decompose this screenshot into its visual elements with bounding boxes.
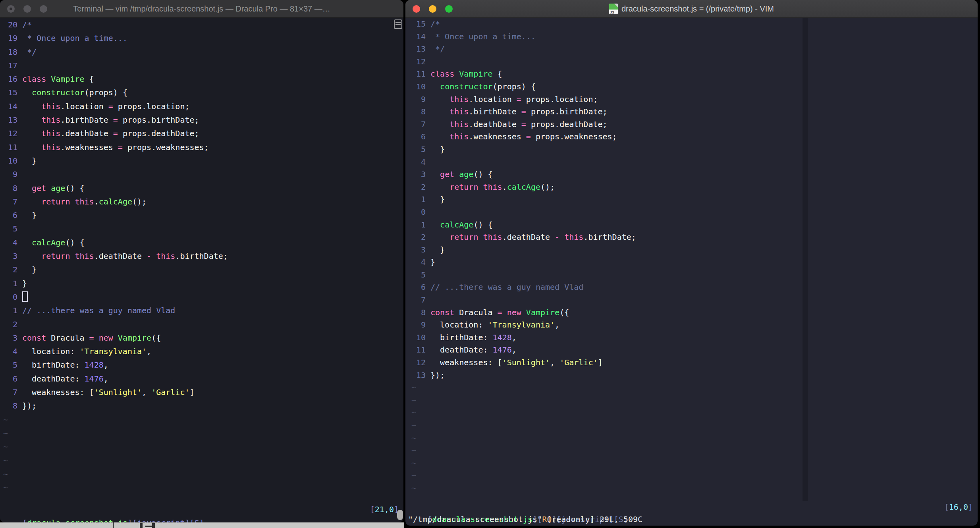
line-number: 2 — [408, 181, 426, 194]
code-token: ({ — [559, 308, 569, 317]
code-token — [502, 308, 507, 317]
code-token: /* — [430, 19, 440, 29]
code-token: birthDate: — [430, 333, 493, 342]
code-token: birthDate: — [22, 360, 85, 370]
code-token: */ — [22, 47, 37, 57]
line-number: 4 — [408, 256, 426, 269]
zoom-button-icon[interactable] — [445, 5, 453, 13]
code-token: this — [41, 143, 60, 152]
code-token: .birthDate; — [583, 232, 636, 242]
code-line: 5 birthDate: 1428, — [0, 358, 403, 372]
code-token: .deathDate — [469, 119, 521, 129]
code-line: 6// ...there was a guy named Vlad — [408, 281, 978, 294]
code-token — [46, 74, 51, 84]
line-number: 1 — [408, 219, 426, 231]
code-line: 0 — [408, 206, 978, 219]
code-token: .weaknesses — [60, 143, 118, 152]
code-line: 1 } — [408, 193, 978, 206]
code-token: this — [75, 251, 94, 261]
code-token: this — [483, 182, 502, 192]
code-token — [94, 333, 99, 343]
line-number: 13 — [0, 113, 17, 127]
code-line: 14 * Once upon a time... — [408, 31, 978, 43]
code-token: } — [22, 156, 37, 166]
scrollbar-thumb[interactable] — [397, 510, 403, 520]
code-token: , — [104, 374, 108, 383]
code-line: 10 } — [0, 154, 403, 168]
code-token: () { — [65, 238, 84, 247]
line-number: 7 — [0, 385, 17, 399]
line-number: 20 — [0, 18, 17, 31]
line-number: 2 — [0, 318, 17, 331]
code-token: new — [507, 308, 521, 317]
close-button-icon[interactable] — [413, 5, 420, 13]
line-number: 3 — [0, 331, 17, 345]
close-button-icon[interactable] — [7, 5, 15, 13]
zoom-button-icon[interactable] — [40, 5, 47, 13]
code-token: location: — [22, 347, 80, 356]
code-token: , — [512, 333, 517, 342]
minimize-button-icon[interactable] — [23, 5, 31, 13]
code-token — [430, 232, 449, 242]
line-number: 9 — [408, 319, 426, 331]
line-number: 15 — [0, 86, 17, 99]
right-editor-lines[interactable]: 15/*14 * Once upon a time...13 */1211cla… — [405, 18, 978, 495]
code-token: Vampire — [526, 308, 559, 317]
minimize-button-icon[interactable] — [429, 5, 436, 13]
code-token: = — [498, 308, 502, 317]
code-token: 'Garlic' — [151, 387, 189, 397]
code-line: 1 calcAge() { — [408, 219, 978, 231]
line-number: 5 — [0, 222, 17, 235]
code-line: 6 } — [0, 208, 403, 222]
code-token: } — [22, 265, 37, 274]
status-segment: ] — [968, 502, 973, 512]
code-token: (props) { — [85, 88, 127, 97]
code-token: calcAge — [32, 238, 65, 247]
line-number: 7 — [0, 195, 17, 208]
code-token — [430, 107, 449, 116]
tilde-line: ~ — [0, 440, 403, 453]
code-token: (props) { — [493, 82, 536, 91]
code-token — [478, 182, 483, 192]
line-number: 4 — [0, 345, 17, 358]
line-number: 2 — [408, 231, 426, 244]
left-editor-lines[interactable]: 20/*19 * Once upon a time...18 */1716cla… — [0, 18, 403, 494]
code-line: 3 } — [408, 244, 978, 256]
status-segment: [javascript][S] — [132, 518, 204, 522]
code-token — [521, 308, 526, 317]
code-token: // ...there was a guy named Vlad — [430, 282, 583, 292]
status-segment: ] — [127, 518, 132, 522]
code-token: this — [449, 107, 469, 116]
line-number: 17 — [0, 59, 17, 72]
line-number: 4 — [0, 236, 17, 249]
code-token: age — [51, 183, 65, 193]
document-proxy-icon[interactable]: JS — [609, 4, 618, 14]
code-token — [559, 232, 564, 242]
code-token: 'Transylvania' — [80, 347, 147, 356]
code-line: 9 this.location = props.location; — [408, 93, 978, 106]
code-token — [430, 82, 440, 91]
line-number: 8 — [0, 181, 17, 195]
code-line: 8 get age() { — [0, 181, 403, 195]
scrollbar-split-button[interactable] — [394, 19, 402, 29]
line-number: 9 — [0, 168, 17, 181]
line-number: 8 — [408, 306, 426, 319]
terminal-titlebar[interactable]: Terminal — vim /tmp/dracula-screenshot.j… — [0, 0, 403, 18]
macvim-titlebar[interactable]: JS dracula-screenshot.js = (/private/tmp… — [405, 0, 978, 18]
code-token: calcAge — [507, 182, 540, 192]
line-number: 6 — [408, 281, 426, 294]
tilde-line: ~ — [408, 394, 978, 407]
vim-command-line: "/tmp/dracula-screenshot.js" [readonly] … — [405, 513, 978, 526]
code-token: 'Garlic' — [559, 358, 598, 367]
code-token: calcAge — [440, 220, 473, 229]
code-token: props.deathDate; — [118, 129, 199, 138]
status-segment: dracula-screenshot.js — [27, 518, 127, 522]
code-line: 9 location: 'Transylvania', — [408, 319, 978, 331]
code-line: 2 } — [0, 263, 403, 276]
code-token: return — [41, 251, 70, 261]
code-line: 4 — [408, 156, 978, 169]
line-number: 6 — [0, 208, 17, 222]
line-number: 13 — [408, 369, 426, 382]
code-token: 1476 — [85, 374, 104, 383]
tilde-line: ~ — [408, 482, 978, 495]
